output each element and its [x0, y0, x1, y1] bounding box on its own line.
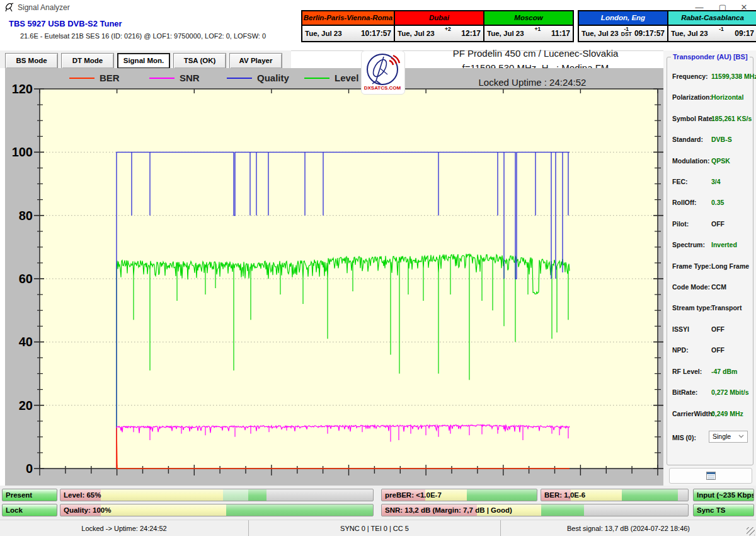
signal-chart: 020406080100120BERSNRQualityLevelLocked … — [5, 68, 663, 486]
clock-city: Dubai — [395, 11, 483, 25]
transponder-rows: Frequency:11599,338 MHz Polarization:Hor… — [672, 73, 749, 443]
clock-city: Moscow — [484, 11, 573, 25]
svg-text:60: 60 — [19, 272, 33, 286]
svg-text:40: 40 — [19, 335, 33, 349]
input-indicator: Input (~235 Kbps) — [693, 489, 754, 501]
clock-time: 11:17 — [551, 29, 570, 38]
ber-progressbar: BER: 1,0E-6 — [541, 489, 689, 501]
row-spectrum: Spectrum:Inverted — [672, 241, 749, 250]
lock-indicator: Lock — [2, 504, 57, 516]
clock-city: Berlin-Paris-Vienna-Roma — [302, 11, 394, 25]
svg-text:100: 100 — [12, 145, 33, 159]
mis-select[interactable]: Single — [709, 431, 748, 443]
signal-analyzer-window: Signal Analyzer — ▢ ✕ TBS 5927 USB DVB-S… — [0, 0, 756, 536]
dxsatcs-logo: DXSATCS.COM — [361, 50, 405, 95]
clock-time: 12:17 — [461, 29, 481, 38]
quality-progressbar: Quality: 100% — [60, 504, 374, 516]
clock-city: London, Eng — [579, 11, 667, 25]
row-modulation: Modulation:QPSK — [672, 157, 749, 166]
status-uptime: Locked -> Uptime: 24:24:52 — [0, 520, 249, 536]
tab-bs-mode[interactable]: BS Mode — [5, 53, 58, 69]
window-title: Signal Analyzer — [18, 3, 70, 12]
clock-berlin-paris-vienna-roma: Berlin-Paris-Vienna-Roma Tue, Jul 23 10:… — [301, 10, 395, 42]
clock-date: Tue, Jul 23 — [487, 30, 524, 37]
row-fec: FEC:3/4 — [672, 178, 749, 187]
tab-dt-mode[interactable]: DT Mode — [61, 53, 114, 69]
row-stream-type: Stream type:Transport — [672, 304, 749, 313]
svg-text:0: 0 — [26, 462, 33, 475]
signal-status-bars: Present Level: 65% preBER: <1.0E-7 BER: … — [0, 486, 756, 520]
row-pilot: Pilot:OFF — [672, 220, 749, 229]
clock-time: 09:17 — [735, 29, 754, 38]
svg-text:Level: Level — [335, 73, 358, 83]
clock-dubai: Dubai Tue, Jul 23 +2 12:17 — [394, 10, 484, 42]
clock-date: Tue, Jul 23 — [671, 30, 708, 37]
world-clocks: Berlin-Paris-Vienna-Roma Tue, Jul 23 10:… — [301, 10, 756, 42]
clock-date: Tue, Jul 23 — [305, 30, 342, 37]
clock-time: 09:17:57 — [634, 29, 665, 38]
chart-panel: 020406080100120BERSNRQualityLevelLocked … — [5, 68, 663, 486]
list-icon — [706, 472, 716, 480]
clock-utc-offset: -1 — [719, 26, 724, 32]
row-frame-type: Frame Type:Long Frame — [672, 262, 749, 271]
row-npd: NPD:OFF — [672, 346, 749, 355]
clock-rabat-casablanca: Rabat-Casablanca Tue, Jul 23 -1 09:17 — [667, 10, 756, 42]
row-rolloff: RollOff:0.35 — [672, 199, 749, 207]
svg-text:Locked Uptime : 24:24:52: Locked Uptime : 24:24:52 — [479, 77, 587, 88]
clock-time: 10:17:57 — [361, 29, 391, 38]
clock-london: London, Eng Tue, Jul 23 -1DST 09:17:57 — [578, 10, 668, 42]
svg-text:SNR: SNR — [180, 73, 200, 83]
row-symbol-rate: Symbol Rate:185,261 KS/s — [672, 115, 749, 124]
svg-text:20: 20 — [19, 399, 33, 412]
tab-signal-mon[interactable]: Signal Mon. — [117, 53, 170, 69]
level-progressbar: Level: 65% — [60, 489, 374, 501]
clock-date: Tue, Jul 23 — [398, 30, 435, 37]
row-polarization: Polarization:Horizontal — [672, 93, 749, 102]
status-sync-tei-cc: SYNC 0 | TEI 0 | CC 5 — [249, 520, 501, 536]
preber-progressbar: preBER: <1.0E-7 — [381, 489, 537, 501]
tab-av-player[interactable]: AV Player — [229, 53, 282, 69]
logo-text: DXSATCS.COM — [364, 85, 401, 91]
present-indicator: Present — [2, 489, 57, 501]
svg-text:120: 120 — [12, 82, 33, 96]
transponder-groupbox: Transponder (AU) [BS] Frequency:11599,33… — [667, 57, 753, 465]
row-carrierwidth: CarrierWidth:0,249 MHz — [672, 410, 749, 419]
clock-utc-offset: -1DST — [621, 26, 632, 37]
clock-date: Tue, Jul 23 — [581, 30, 619, 37]
clock-utc-offset: +1 — [534, 26, 541, 32]
row-mis: MIS (0): Single — [672, 431, 749, 443]
tab-strip: BS Mode DT Mode Signal Mon. TSA (OK) AV … — [0, 50, 291, 68]
tuner-name: TBS 5927 USB DVB-S2 Tuner — [9, 19, 122, 28]
dish-location-text: PF Prodelin 450 cm / Lucenec-Slovakia — [416, 48, 655, 59]
row-standard: Standard:DVB-S — [672, 136, 749, 144]
row-frequency: Frequency:11599,338 MHz — [672, 73, 749, 81]
row-issyi: ISSYIOFF — [672, 325, 749, 334]
row-rf-level: RF Level:-47 dBm — [672, 368, 749, 376]
resize-grip[interactable] — [747, 527, 755, 535]
svg-text:Quality: Quality — [257, 73, 290, 83]
row-bitrate: BitRate:0,272 Mbit/s — [672, 388, 749, 397]
row-code-mode: Code Mode:CCM — [672, 283, 749, 292]
tab-tsa[interactable]: TSA (OK) — [173, 53, 226, 69]
app-satellite-dish-icon — [4, 3, 14, 13]
transponder-panel: Transponder (AU) [BS] Frequency:11599,33… — [663, 50, 756, 486]
clock-moscow: Moscow Tue, Jul 23 +1 11:17 — [483, 10, 574, 42]
status-best-signal: Best signal: 13,7 dB (2024-07-22 18:46) — [501, 520, 756, 536]
sync-ts-indicator: Sync TS — [693, 504, 754, 516]
svg-text:80: 80 — [19, 209, 33, 223]
statusbar: Locked -> Uptime: 24:24:52 SYNC 0 | TEI … — [0, 520, 756, 536]
clock-utc-offset: +2 — [445, 26, 451, 32]
snr-progressbar: SNR: 13,2 dB (Margin: 7,7 dB | Good) — [381, 504, 689, 516]
tuner-info: 21.6E - Eutelsat 21B SES 16 (ID: 0216) @… — [20, 32, 266, 40]
transponder-title: Transponder (AU) [BS] — [671, 53, 750, 61]
chevron-down-icon — [738, 434, 744, 438]
transport-list-button[interactable] — [669, 468, 752, 484]
clock-city: Rabat-Casablanca — [668, 11, 756, 25]
svg-text:BER: BER — [100, 73, 120, 83]
header: TBS 5927 USB DVB-S2 Tuner 21.6E - Eutels… — [0, 15, 756, 51]
